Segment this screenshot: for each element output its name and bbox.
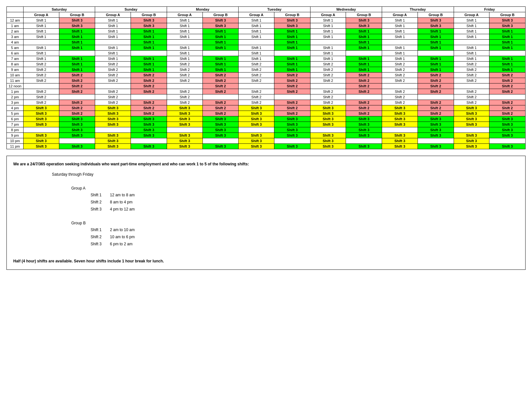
cell [382, 40, 418, 45]
cell: Shift 3 [95, 144, 131, 149]
cell [310, 127, 346, 133]
cell: Shift 1 [418, 29, 454, 34]
cell: Shift 2 [131, 100, 167, 105]
cell: Shift 1 [59, 67, 95, 73]
cell: Shift 3 [346, 144, 382, 149]
info-footer: Half (4 hour) shifts are available. Seve… [13, 258, 519, 265]
cell: Shift 2 [310, 67, 346, 73]
cell [489, 51, 526, 56]
cell [24, 127, 59, 133]
shift-label: Shift 3 [91, 241, 110, 248]
cell: Shift 2 [274, 78, 310, 83]
monday-header: Monday [167, 7, 238, 12]
cell: Shift 2 [59, 89, 95, 94]
sat-groupa: Group A [24, 12, 59, 18]
cell: Shift 2 [489, 105, 526, 111]
tue-groupb: Group B [274, 12, 310, 18]
cell [131, 138, 167, 144]
cell: Shift 3 [202, 133, 239, 138]
cell: Shift 3 [418, 23, 454, 29]
cell: Shift 1 [131, 40, 167, 45]
cell: Shift 2 [274, 73, 310, 78]
cell [310, 83, 346, 89]
cell: Shift 3 [59, 133, 95, 138]
cell: Shift 3 [346, 18, 382, 23]
info-box: We are a 24/7/365 operation seeking indi… [6, 156, 526, 270]
cell: Shift 3 [131, 18, 167, 23]
cell: Shift 3 [310, 111, 346, 116]
cell: Shift 2 [239, 67, 274, 73]
cell [489, 94, 526, 100]
cell: Shift 1 [202, 67, 239, 73]
cell: Shift 3 [382, 133, 418, 138]
time-label: 1 am [7, 23, 24, 29]
cell: Shift 3 [454, 144, 489, 149]
cell: Shift 3 [202, 23, 239, 29]
cell: Shift 2 [382, 100, 418, 105]
cell: Shift 2 [382, 94, 418, 100]
table-row: 11 pm Shift 3 Shift 3 Shift 3 Shift 3 Sh… [7, 144, 526, 149]
cell [382, 127, 418, 133]
cell: Shift 1 [418, 34, 454, 40]
time-label: 6 pm [7, 116, 24, 122]
shift-time: 2 am to 10 am [110, 227, 135, 234]
cell: Shift 2 [418, 73, 454, 78]
cell: Shift 3 [239, 122, 274, 127]
cell: Shift 3 [454, 138, 489, 144]
cell: Shift 2 [239, 78, 274, 83]
cell: Shift 1 [95, 51, 131, 56]
cell: Shift 1 [382, 51, 418, 56]
cell [346, 51, 382, 56]
cell: Shift 2 [382, 62, 418, 67]
cell: Shift 3 [239, 105, 274, 111]
cell: Shift 2 [24, 100, 59, 105]
cell: Shift 2 [454, 62, 489, 67]
cell [489, 138, 526, 144]
cell: Shift 2 [274, 89, 310, 94]
time-label: 9 am [7, 67, 24, 73]
cell [310, 40, 346, 45]
cell [454, 127, 489, 133]
time-label: 10 pm [7, 138, 24, 144]
cell: Shift 3 [95, 105, 131, 111]
cell: Shift 2 [382, 78, 418, 83]
cell: Shift 3 [167, 122, 202, 127]
fri-groupb: Group B [489, 12, 526, 18]
time-header [7, 7, 24, 12]
cell: Shift 2 [202, 78, 239, 83]
cell: Shift 1 [239, 23, 274, 29]
cell: Shift 3 [95, 111, 131, 116]
shift-time: 4 pm to 12 am [110, 206, 135, 213]
cell: Shift 3 [489, 122, 526, 127]
cell: Shift 3 [454, 105, 489, 111]
group-b-shift3: Shift 3 6 pm to 2 am [91, 241, 519, 248]
cell: Shift 3 [274, 122, 310, 127]
time-label: 3 pm [7, 100, 24, 105]
cell: Shift 1 [418, 62, 454, 67]
cell: Shift 3 [418, 144, 454, 149]
cell: Shift 1 [310, 56, 346, 62]
thu-groupb: Group B [418, 12, 454, 18]
shift-label: Shift 2 [91, 199, 110, 206]
cell: Shift 2 [202, 73, 239, 78]
cell: Shift 1 [489, 40, 526, 45]
sat-groupb: Group B [59, 12, 95, 18]
cell: Shift 3 [24, 138, 59, 144]
cell: Shift 1 [24, 34, 59, 40]
time-label: 6 am [7, 51, 24, 56]
cell: Shift 2 [59, 100, 95, 105]
cell: Shift 2 [167, 94, 202, 100]
wed-groupa: Group A [310, 12, 346, 18]
cell: Shift 2 [239, 73, 274, 78]
cell: Shift 3 [24, 144, 59, 149]
cell: Shift 3 [382, 144, 418, 149]
cell: Shift 3 [59, 144, 95, 149]
cell: Shift 3 [310, 144, 346, 149]
time-label: 2 am [7, 29, 24, 34]
cell: Shift 3 [131, 116, 167, 122]
shift-label: Shift 1 [91, 192, 110, 199]
page-container: Saturday Sunday Monday Tuesday Wednesday… [6, 6, 526, 270]
cell: Shift 2 [131, 111, 167, 116]
cell: Shift 3 [418, 122, 454, 127]
cell: Shift 1 [239, 51, 274, 56]
